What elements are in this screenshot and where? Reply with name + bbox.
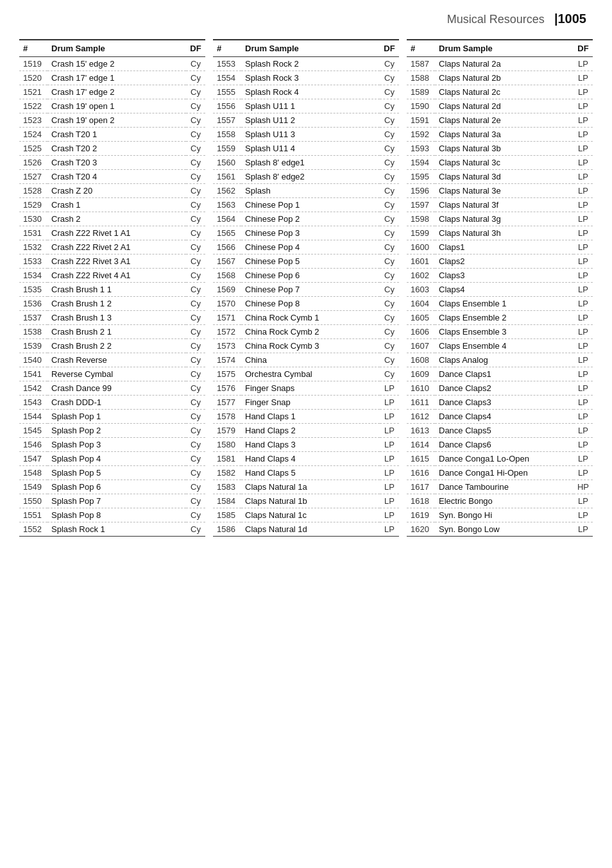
cell-number: 1520 [19, 71, 47, 85]
cell-number: 1613 [407, 424, 435, 438]
cell-name: Splash Pop 2 [47, 424, 186, 438]
cell-number: 1524 [19, 128, 47, 142]
cell-df: Cy [186, 255, 205, 269]
table-row: 1605Claps Ensemble 2LP [407, 311, 593, 325]
cell-name: Claps Natural 1d [241, 522, 380, 537]
table-row: 1592Claps Natural 3aLP [407, 128, 593, 142]
cell-number: 1591 [407, 113, 435, 128]
cell-number: 1539 [19, 339, 47, 353]
cell-number: 1521 [19, 85, 47, 99]
table-row: 1614Dance Claps6LP [407, 438, 593, 452]
cell-number: 1534 [19, 269, 47, 283]
table-row: 1570Chinese Pop 8Cy [213, 297, 399, 311]
cell-number: 1533 [19, 255, 47, 269]
cell-df: Cy [186, 297, 205, 311]
table-row: 1620Syn. Bongo LowLP [407, 522, 593, 537]
cell-number: 1552 [19, 522, 47, 537]
table-row: 1536Crash Brush 1 2Cy [19, 297, 205, 311]
table-row: 1551Splash Pop 8Cy [19, 508, 205, 522]
cell-df: LP [574, 57, 593, 71]
cell-df: LP [574, 311, 593, 325]
cell-number: 1582 [213, 466, 241, 480]
cell-df: LP [574, 240, 593, 255]
cell-name: Crash Brush 1 1 [47, 283, 186, 297]
cell-df: Cy [186, 353, 205, 367]
cell-df: LP [380, 452, 399, 466]
cell-number: 1547 [19, 452, 47, 466]
table-row: 1545Splash Pop 2Cy [19, 424, 205, 438]
table-row: 1616Dance Conga1 Hi-OpenLP [407, 466, 593, 480]
col-header-df-2: DF [380, 40, 399, 57]
cell-df: Cy [186, 466, 205, 480]
cell-df: LP [380, 438, 399, 452]
cell-df: Cy [186, 269, 205, 283]
cell-df: Cy [380, 128, 399, 142]
cell-name: Splash Rock 4 [241, 85, 380, 99]
cell-name: Finger Snap [241, 396, 380, 410]
cell-df: LP [574, 522, 593, 537]
table-row: 1567Chinese Pop 5Cy [213, 255, 399, 269]
cell-df: LP [574, 410, 593, 424]
page-number: 1005 [558, 12, 587, 26]
cell-name: Syn. Bongo Low [435, 522, 574, 537]
cell-number: 1519 [19, 57, 47, 71]
drum-table-1: # Drum Sample DF 1519Crash 15' edge 2Cy1… [19, 39, 205, 537]
cell-df: Cy [380, 226, 399, 240]
col-header-name-2: Drum Sample [241, 40, 380, 57]
cell-name: Dance Claps5 [435, 424, 574, 438]
cell-name: Claps Natural 3f [435, 198, 574, 212]
cell-number: 1618 [407, 494, 435, 508]
table-row: 1526Crash T20 3Cy [19, 156, 205, 170]
table-row: 1580Hand Claps 3LP [213, 438, 399, 452]
cell-df: Cy [186, 198, 205, 212]
cell-name: Dance Claps4 [435, 410, 574, 424]
table-row: 1544Splash Pop 1Cy [19, 410, 205, 424]
table-row: 1520Crash 17' edge 1Cy [19, 71, 205, 85]
table-row: 1568Chinese Pop 6Cy [213, 269, 399, 283]
cell-number: 1522 [19, 99, 47, 113]
cell-name: Chinese Pop 8 [241, 297, 380, 311]
cell-number: 1584 [213, 494, 241, 508]
cell-name: Chinese Pop 1 [241, 198, 380, 212]
cell-number: 1598 [407, 212, 435, 226]
cell-df: Cy [380, 255, 399, 269]
cell-name: Hand Claps 4 [241, 452, 380, 466]
cell-df: LP [574, 381, 593, 396]
table-row: 1549Splash Pop 6Cy [19, 480, 205, 494]
cell-df: LP [380, 522, 399, 537]
cell-df: Cy [186, 522, 205, 537]
cell-df: Cy [186, 508, 205, 522]
cell-name: Crash 1 [47, 198, 186, 212]
cell-number: 1592 [407, 128, 435, 142]
table-row: 1613Dance Claps5LP [407, 424, 593, 438]
table-row: 1533Crash Z22 Rivet 3 A1Cy [19, 255, 205, 269]
table-row: 1617Dance TambourineHP [407, 480, 593, 494]
cell-df: Cy [186, 452, 205, 466]
cell-name: Splash Pop 1 [47, 410, 186, 424]
cell-name: Splash Pop 8 [47, 508, 186, 522]
cell-name: Dance Conga1 Lo-Open [435, 452, 574, 466]
cell-name: Chinese Pop 5 [241, 255, 380, 269]
cell-name: Claps Natural 1b [241, 494, 380, 508]
cell-df: LP [574, 466, 593, 480]
table-row: 1532Crash Z22 Rivet 2 A1Cy [19, 240, 205, 255]
table-row: 1563Chinese Pop 1Cy [213, 198, 399, 212]
cell-df: LP [574, 396, 593, 410]
cell-df: Cy [186, 170, 205, 184]
cell-number: 1556 [213, 99, 241, 113]
cell-name: Splash U11 3 [241, 128, 380, 142]
table-row: 1577Finger SnapLP [213, 396, 399, 410]
cell-number: 1531 [19, 226, 47, 240]
cell-df: LP [574, 99, 593, 113]
cell-number: 1587 [407, 57, 435, 71]
table-row: 1524Crash T20 1Cy [19, 128, 205, 142]
cell-number: 1571 [213, 311, 241, 325]
cell-df: LP [380, 480, 399, 494]
cell-name: Crash 15' edge 2 [47, 57, 186, 71]
table-row: 1522Crash 19' open 1Cy [19, 99, 205, 113]
col-header-name-3: Drum Sample [435, 40, 574, 57]
table-row: 1560Splash 8' edge1Cy [213, 156, 399, 170]
table-row: 1582Hand Claps 5LP [213, 466, 399, 480]
cell-df: Cy [380, 353, 399, 367]
cell-df: LP [574, 367, 593, 381]
